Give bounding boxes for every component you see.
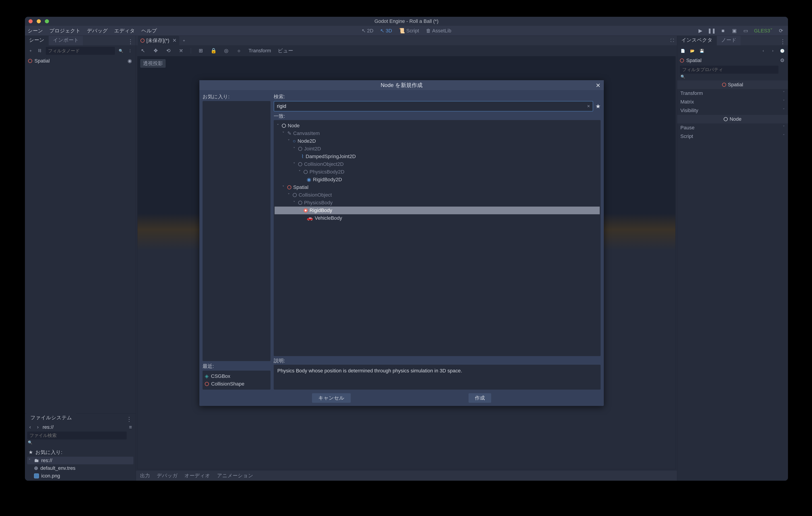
scene-file-tab[interactable]: [未保存](*) ✕ <box>138 36 179 45</box>
slider-icon[interactable]: ⚙ <box>779 58 785 63</box>
snap-icon[interactable]: ⊞ <box>198 48 204 54</box>
tab-audio[interactable]: オーディオ <box>184 472 210 479</box>
fs-file-icon[interactable]: icon.png <box>27 472 134 480</box>
projection-label[interactable]: 透視投影 <box>140 59 166 68</box>
play-scene-icon[interactable]: ▣ <box>731 28 737 34</box>
visibility-icon[interactable]: ◉ <box>127 58 133 64</box>
recent-csgbox[interactable]: ◈ CSGBox <box>204 372 269 380</box>
view-menu[interactable]: ビュー <box>278 47 293 54</box>
close-tab-icon[interactable]: ✕ <box>172 38 176 43</box>
tab-filesystem[interactable]: ファイルシステム <box>26 413 76 423</box>
menu-scene[interactable]: シーン <box>28 27 43 34</box>
tree-physbody2d[interactable]: ˅PhysicsBody2D <box>274 168 600 176</box>
history-forward-icon[interactable]: › <box>770 48 776 54</box>
tree-rigidbody[interactable]: ˅RigidBody <box>274 207 600 214</box>
search-icon[interactable]: 🔍 <box>118 48 124 54</box>
expand-viewport-icon[interactable]: ⛶ <box>669 38 675 43</box>
tree-collobj[interactable]: ˅CollisionObject <box>274 191 600 199</box>
workspace-2d[interactable]: ↖2D <box>361 28 373 34</box>
minimize-window-button[interactable] <box>37 19 41 23</box>
pause-icon[interactable]: ❚❚ <box>709 28 715 34</box>
fs-view-icon[interactable]: ≡ <box>127 424 134 430</box>
tree-node2d[interactable]: ˅○Node2D <box>274 137 600 145</box>
clear-search-icon[interactable]: × <box>587 103 590 109</box>
search-icon[interactable]: 🔍 <box>680 73 686 80</box>
tree-vehiclebody[interactable]: 🚗VehicleBody <box>274 214 600 222</box>
prop-transform[interactable]: Transform˅ <box>677 89 788 98</box>
fs-search-input[interactable] <box>27 431 127 439</box>
inspector-filter-input[interactable] <box>680 66 779 73</box>
add-scene-icon[interactable]: ＋ <box>181 38 187 43</box>
tab-node[interactable]: ノード <box>717 35 741 45</box>
create-button[interactable]: 作成 <box>468 393 491 403</box>
tab-scene[interactable]: シーン <box>25 35 49 45</box>
fs-favorites[interactable]: ★ お気に入り: <box>27 448 134 457</box>
tree-node[interactable]: ˅Node <box>274 122 600 129</box>
prop-script[interactable]: Script˅ <box>677 132 788 141</box>
prop-matrix[interactable]: Matrix˅ <box>677 98 788 106</box>
inspector-section-node[interactable]: Node <box>677 115 788 123</box>
fs-file-env[interactable]: ⊕ default_env.tres <box>27 464 134 472</box>
prop-visibility[interactable]: Visibility˅ <box>677 106 788 115</box>
lock-icon[interactable]: 🔒 <box>210 48 216 54</box>
transform-menu[interactable]: Transform <box>249 48 271 54</box>
open-resource-icon[interactable]: 📂 <box>690 48 695 54</box>
camera-icon[interactable]: ⟐ <box>236 48 242 54</box>
history-icon[interactable]: 🕓 <box>779 48 785 54</box>
tree-canvasitem[interactable]: ˅✎CanvasItem <box>274 129 600 137</box>
nav-back-icon[interactable]: ‹ <box>27 424 33 430</box>
favorite-star-icon[interactable]: ★ <box>596 103 601 110</box>
save-resource-icon[interactable]: 💾 <box>699 48 705 54</box>
tree-spatial[interactable]: ˅Spatial <box>274 183 600 191</box>
dock-options-icon[interactable]: ⋮ <box>127 38 134 45</box>
tree-joint2d[interactable]: ˅Joint2D <box>274 145 600 153</box>
tab-animation[interactable]: アニメーション <box>217 472 253 479</box>
history-back-icon[interactable]: ‹ <box>760 48 766 54</box>
tree-rigidbody2d[interactable]: ◉RigidBody2D <box>274 176 600 183</box>
close-icon[interactable]: ✕ <box>596 82 601 89</box>
workspace-3d[interactable]: ↖3D <box>380 28 392 34</box>
rotate-tool-icon[interactable]: ⟲ <box>165 48 171 54</box>
scene-more-icon[interactable]: ⋮ <box>127 48 133 54</box>
inspector-node-name[interactable]: Spatial ⚙ <box>677 56 788 65</box>
menu-debug[interactable]: デバッグ <box>87 27 108 34</box>
prop-pause[interactable]: Pause˅ <box>677 123 788 132</box>
nav-forward-icon[interactable]: › <box>35 424 41 430</box>
tree-dampedspring[interactable]: ⌇DampedSpringJoint2D <box>274 153 600 160</box>
favorites-list[interactable] <box>203 101 270 361</box>
menu-editor[interactable]: エディタ <box>114 27 135 34</box>
cancel-button[interactable]: キャンセル <box>312 393 351 403</box>
play-icon[interactable]: ▶ <box>697 28 703 34</box>
workspace-assetlib[interactable]: 🗑AssetLib <box>426 28 451 34</box>
fs-dock-options-icon[interactable]: ⋮ <box>126 416 132 423</box>
stop-icon[interactable]: ■ <box>720 28 726 34</box>
play-custom-icon[interactable]: ▭ <box>743 28 749 34</box>
fs-root[interactable]: ˅ 🖿 res:// <box>27 457 134 464</box>
link-icon[interactable]: ⛓ <box>37 48 42 54</box>
move-tool-icon[interactable]: ✥ <box>153 48 158 54</box>
scene-root-node[interactable]: Spatial ◉ <box>27 57 134 65</box>
search-icon[interactable]: 🔍 <box>27 439 33 445</box>
menu-help[interactable]: ヘルプ <box>141 27 157 34</box>
dock-options-icon[interactable]: ⋮ <box>780 38 786 45</box>
tree-collobj2d[interactable]: ˅CollisionObject2D <box>274 160 600 168</box>
add-node-icon[interactable]: ＋ <box>28 48 33 54</box>
tree-physbody[interactable]: ˅PhysicsBody <box>274 199 600 207</box>
search-input[interactable] <box>277 103 587 109</box>
recent-collisionshape[interactable]: CollisionShape <box>204 380 269 388</box>
tab-inspector[interactable]: インスペクタ <box>677 35 717 45</box>
menu-project[interactable]: プロジェクト <box>49 27 81 34</box>
scene-filter-input[interactable] <box>46 47 115 55</box>
new-resource-icon[interactable]: 📄 <box>680 48 686 54</box>
scale-tool-icon[interactable]: ⤧ <box>178 48 184 54</box>
renderer-dropdown[interactable]: GLES3˅ <box>754 28 773 34</box>
inspector-section-spatial[interactable]: Spatial <box>677 81 788 89</box>
tab-debugger[interactable]: デバッガ <box>157 472 178 479</box>
workspace-script[interactable]: 📜Script <box>399 28 419 34</box>
zoom-window-button[interactable] <box>45 19 49 23</box>
group-icon[interactable]: ◎ <box>223 48 229 54</box>
tab-output[interactable]: 出力 <box>140 472 150 479</box>
tab-import[interactable]: インポート <box>49 35 83 45</box>
close-window-button[interactable] <box>29 19 33 23</box>
select-tool-icon[interactable]: ↖ <box>140 48 146 54</box>
